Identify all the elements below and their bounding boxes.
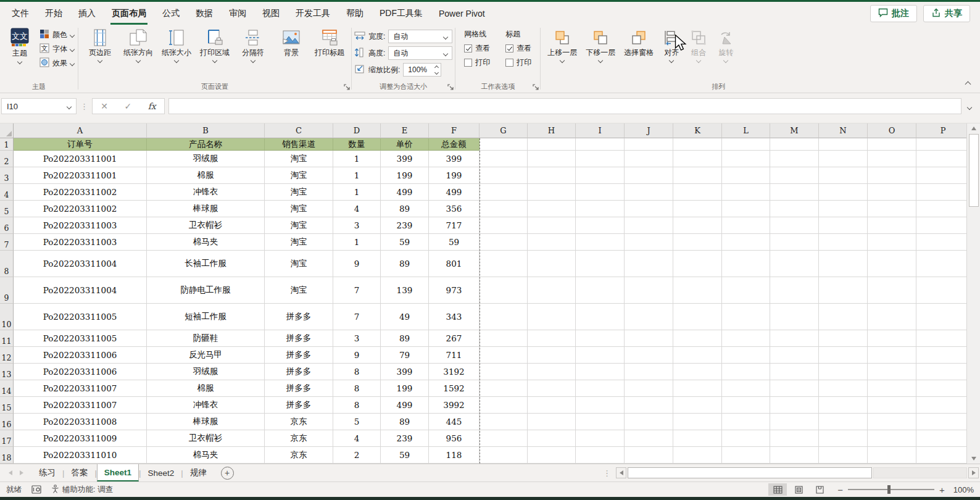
cell[interactable] <box>625 201 673 217</box>
cell[interactable]: 销售渠道 <box>265 138 333 151</box>
arrange-button-0[interactable]: 上移一层 <box>543 27 581 62</box>
cell[interactable] <box>770 217 819 234</box>
cell[interactable] <box>916 447 966 464</box>
cell[interactable] <box>480 167 528 184</box>
cell[interactable] <box>722 397 770 414</box>
cell[interactable]: 89 <box>381 251 429 277</box>
scroll-left-icon[interactable] <box>616 467 626 478</box>
cell[interactable] <box>770 151 819 167</box>
cell[interactable]: 订单号 <box>14 138 147 151</box>
cell[interactable] <box>528 364 576 380</box>
cell[interactable] <box>770 447 819 464</box>
cell[interactable] <box>722 184 770 201</box>
height-dropdown[interactable]: 自动 <box>388 46 452 60</box>
cell[interactable] <box>673 234 722 251</box>
cell[interactable]: 4 <box>333 430 381 447</box>
zoom-slider[interactable] <box>848 489 934 490</box>
ribbon-tab-0[interactable]: 文件 <box>4 2 37 25</box>
cell[interactable] <box>528 330 576 347</box>
name-box[interactable]: I10 <box>1 98 77 114</box>
grip-dots-icon[interactable]: ⋮ <box>599 469 615 478</box>
cell[interactable]: 拼多多 <box>265 304 333 330</box>
cell[interactable]: 356 <box>429 201 480 217</box>
page-setup-button-1[interactable]: 纸张方向 <box>119 27 157 62</box>
fonts-button[interactable]: 文 字体 <box>39 43 74 55</box>
cell[interactable] <box>770 234 819 251</box>
cell[interactable]: 5 <box>333 414 381 430</box>
cell[interactable]: 淘宝 <box>265 201 333 217</box>
cell[interactable]: Po202203311005 <box>14 330 147 347</box>
cell[interactable] <box>625 380 673 397</box>
effects-button[interactable]: 效果 <box>39 57 74 69</box>
cell[interactable]: 淘宝 <box>265 217 333 234</box>
cell[interactable] <box>528 414 576 430</box>
column-header-M[interactable]: M <box>770 123 819 138</box>
cell[interactable]: 京东 <box>265 430 333 447</box>
headings-print-checkbox[interactable]: 打印 <box>505 57 531 68</box>
cell[interactable] <box>868 447 916 464</box>
cell[interactable] <box>770 184 819 201</box>
column-header-P[interactable]: P <box>916 123 966 138</box>
row-header-13[interactable]: 13 <box>0 364 14 380</box>
cell[interactable] <box>673 201 722 217</box>
cell[interactable] <box>722 151 770 167</box>
cell[interactable] <box>480 330 528 347</box>
cell[interactable] <box>868 201 916 217</box>
cell[interactable]: Po202203311003 <box>14 234 147 251</box>
cell[interactable]: 拼多多 <box>265 330 333 347</box>
cell[interactable] <box>576 397 625 414</box>
cell[interactable]: 801 <box>429 251 480 277</box>
select-all-corner[interactable] <box>0 123 14 138</box>
cell[interactable]: 羽绒服 <box>147 151 265 167</box>
ribbon-tab-1[interactable]: 开始 <box>37 2 70 25</box>
cell[interactable] <box>673 447 722 464</box>
cell[interactable] <box>722 364 770 380</box>
cell[interactable] <box>819 151 868 167</box>
cell[interactable]: Po202203311002 <box>14 184 147 201</box>
scroll-down-icon[interactable] <box>967 454 980 464</box>
cell[interactable]: 产品名称 <box>147 138 265 151</box>
cell[interactable] <box>722 234 770 251</box>
cell[interactable] <box>770 201 819 217</box>
cell[interactable] <box>770 430 819 447</box>
row-header-8[interactable]: 8 <box>0 251 14 277</box>
cell[interactable] <box>722 380 770 397</box>
dialog-launcher-icon[interactable] <box>446 83 454 91</box>
cell[interactable]: 8 <box>333 380 381 397</box>
cell[interactable] <box>528 201 576 217</box>
row-header-3[interactable]: 3 <box>0 167 14 184</box>
cell[interactable]: 399 <box>429 151 480 167</box>
cell[interactable]: 89 <box>381 414 429 430</box>
cell[interactable] <box>625 330 673 347</box>
column-header-E[interactable]: E <box>381 123 429 138</box>
cell[interactable]: 499 <box>381 397 429 414</box>
cell[interactable] <box>819 347 868 364</box>
cell[interactable] <box>673 167 722 184</box>
gridlines-print-checkbox[interactable]: 打印 <box>464 57 490 68</box>
row-header-5[interactable]: 5 <box>0 201 14 217</box>
cell[interactable] <box>868 277 916 304</box>
cell[interactable] <box>673 138 722 151</box>
cell[interactable] <box>480 347 528 364</box>
cell[interactable]: 239 <box>381 217 429 234</box>
cell[interactable]: 199 <box>381 167 429 184</box>
cell[interactable] <box>625 397 673 414</box>
cell[interactable] <box>916 364 966 380</box>
cell[interactable] <box>722 330 770 347</box>
cell[interactable] <box>722 447 770 464</box>
cell[interactable] <box>722 347 770 364</box>
sheet-tab-规律[interactable]: 规律 <box>183 464 214 481</box>
cell[interactable] <box>673 304 722 330</box>
view-page-break-button[interactable] <box>810 483 829 496</box>
column-header-A[interactable]: A <box>14 123 147 138</box>
cell[interactable] <box>916 380 966 397</box>
cell[interactable] <box>480 364 528 380</box>
column-header-D[interactable]: D <box>333 123 381 138</box>
cell[interactable] <box>625 251 673 277</box>
cell[interactable]: 拼多多 <box>265 347 333 364</box>
cell[interactable] <box>916 330 966 347</box>
cell[interactable] <box>528 347 576 364</box>
zoom-slider-thumb[interactable] <box>887 485 891 494</box>
cell[interactable]: Po202203311009 <box>14 430 147 447</box>
cell[interactable] <box>819 201 868 217</box>
